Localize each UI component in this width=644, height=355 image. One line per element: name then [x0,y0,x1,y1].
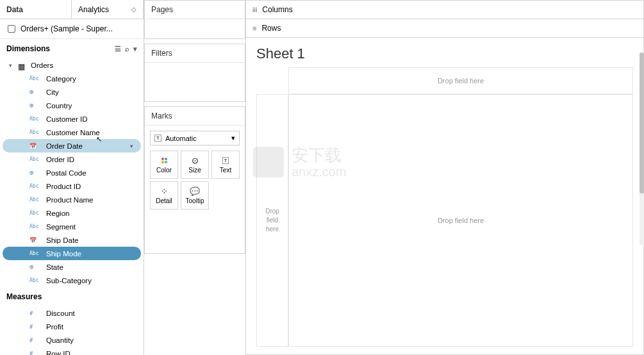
pages-panel[interactable]: Pages [144,0,245,39]
dimension-product-id[interactable]: AbcProduct ID [0,179,144,193]
dimension-customer-name[interactable]: AbcCustomer Name [0,126,144,139]
dimension-customer-id[interactable]: AbcCustomer ID [0,112,144,126]
dimension-product-name[interactable]: AbcProduct Name [0,193,144,206]
dimension-postal-code[interactable]: Postal Code [0,166,144,179]
field-label: Sub-Category [46,277,92,285]
filters-header: Filters [145,44,245,63]
abc-icon: Abc [29,183,41,189]
abc-icon: Abc [29,224,41,229]
tab-analytics[interactable]: Analytics ◇ [72,0,144,19]
filters-panel[interactable]: Filters [144,44,245,102]
scrollbar-thumb[interactable] [640,53,644,194]
field-label: Ship Date [46,236,79,244]
drop-zone-columns[interactable]: Drop field here [288,67,633,94]
datasource-row[interactable]: Orders+ (Sample - Super... [0,19,144,39]
field-label: Quantity [46,336,74,344]
drop-zone-rows[interactable]: Dropfieldhere [256,94,288,347]
field-label: Product ID [46,183,81,190]
text-button[interactable]: T Text [211,151,240,179]
measure-discount[interactable]: Discount [0,306,144,320]
tooltip-icon: 💬 [190,186,200,195]
field-label: Country [46,102,72,110]
table-name: Orders [31,62,53,69]
size-button[interactable]: ⊙ Size [181,151,209,179]
field-label: State [46,263,63,271]
size-label: Size [188,167,201,174]
pages-header: Pages [145,1,245,19]
data-sidebar: Data Analytics ◇ Orders+ (Sample - Super… [0,0,144,355]
field-label: Segment [46,223,76,231]
auto-mark-icon: T [154,135,161,142]
tab-data[interactable]: Data [0,0,72,19]
tab-data-label: Data [6,5,23,14]
dimension-sub-category[interactable]: AbcSub-Category [0,274,144,287]
field-label: Customer ID [46,115,88,123]
abc-icon: Abc [29,156,41,162]
detail-label: Detail [156,197,172,204]
scrollbar[interactable] [640,53,644,245]
dimension-order-date[interactable]: 📅Order Date▾ [3,139,141,153]
sheet-area: Sheet 1 Drop field here Dropfieldhere Dr… [245,37,644,355]
columns-shelf[interactable]: iii Columns [245,0,644,19]
table-orders[interactable]: ▾ ▦ Orders [0,58,144,72]
measures-header: Measures [0,287,144,306]
dropdown-icon: ▾ [231,134,235,142]
calendar-icon: 📅 [29,143,41,149]
dimension-region[interactable]: AbcRegion [0,206,144,220]
abc-icon: Abc [29,129,41,135]
measure-quantity[interactable]: Quantity [0,333,144,347]
dimension-state[interactable]: State [0,260,144,274]
field-label: Product Name [46,196,94,204]
tooltip-button[interactable]: 💬 Tooltip [181,181,209,210]
rows-icon: ≡ [252,24,256,32]
columns-icon: iii [252,6,257,13]
dimension-city[interactable]: City [0,85,144,99]
marks-type-select[interactable]: T Automatic ▾ [150,131,240,145]
hash-icon [29,324,41,330]
size-icon: ⊙ [192,156,199,165]
text-icon: T [222,156,229,165]
view-list-icon[interactable]: ☰ [115,45,121,53]
measure-profit[interactable]: Profit [0,320,144,333]
field-label: Postal Code [46,169,87,177]
dimension-ship-date[interactable]: 📅Ship Date [0,233,144,247]
dimension-category[interactable]: AbcCategory [0,72,144,85]
color-button[interactable]: Color [150,151,178,179]
dimension-ship-mode[interactable]: AbcShip Mode [3,247,141,260]
field-label: Profit [46,323,63,331]
worksheet-canvas: iii Columns ≡ Rows Sheet 1 Drop field he… [245,0,644,355]
marks-header: Marks [145,107,245,126]
hash-icon [29,310,41,317]
tab-menu-icon[interactable]: ◇ [131,6,136,13]
table-icon: ▦ [18,62,26,69]
sheet-title[interactable]: Sheet 1 [256,45,633,62]
drop-zone-main[interactable]: Drop field here [288,94,633,347]
chevron-down-icon[interactable]: ▾ [9,62,12,69]
abc-icon: Abc [29,210,41,216]
drop-hint: Drop field here [438,217,484,224]
hash-icon [29,337,41,343]
color-icon [161,156,167,165]
globe-icon [29,88,41,96]
detail-button[interactable]: ⁘ Detail [150,181,178,210]
menu-icon[interactable]: ▾ [133,45,137,53]
dimension-order-id[interactable]: AbcOrder ID [0,153,144,166]
drop-hint: Dropfieldhere [265,207,279,234]
dimension-country[interactable]: Country [0,99,144,112]
rows-label: Rows [261,24,281,33]
field-label: Order ID [46,156,74,163]
abc-icon: Abc [29,197,41,202]
tooltip-label: Tooltip [186,197,204,204]
measure-row-id[interactable]: Row ID [0,347,144,355]
field-label: City [46,88,59,96]
calendar-icon: 📅 [29,237,41,244]
rows-shelf[interactable]: ≡ Rows [245,19,644,38]
fields-list: ▾ ▦ Orders AbcCategoryCityCountryAbcCust… [0,58,144,355]
abc-icon: Abc [29,277,41,283]
tab-analytics-label: Analytics [78,5,109,14]
search-icon[interactable]: ⌕ [125,45,129,53]
field-label: Customer Name [46,129,100,136]
datasource-icon [8,25,15,33]
color-label: Color [156,167,172,174]
dimension-segment[interactable]: AbcSegment [0,220,144,233]
